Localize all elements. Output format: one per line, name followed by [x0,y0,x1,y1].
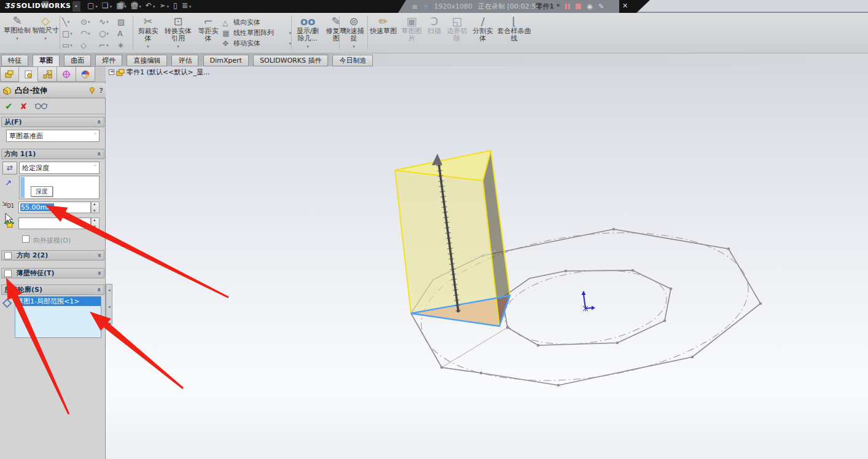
line-button[interactable]: ╲▾ [62,16,80,28]
property-manager-tab[interactable] [19,66,38,82]
camera-icon[interactable]: ◉ [587,2,593,10]
display-manager-icon [81,70,90,79]
recorder-pin-icon[interactable]: ✛ [423,3,428,10]
quick-snaps-button[interactable]: ⊚ 快速捕捉 [342,15,366,50]
trim-entities-button[interactable]: ✂ 剪裁实体 [135,15,161,50]
fit-spline-button[interactable]: ⌊ 套合样条曲线 [496,15,532,42]
arc-button[interactable]: ◠▾ [80,28,99,39]
draft-spinner[interactable] [91,218,100,229]
split-entities-button[interactable]: ∕ 分割实体 [471,15,495,42]
relations-glasses-icon: oo [300,15,316,28]
contour-list-item[interactable]: 草图1-局部范围<1> [15,297,101,306]
section-thin-feature-header[interactable]: 薄壁特征(T) [1,268,104,278]
rapid-sketch-button[interactable]: ✏ 快速草图 [370,15,397,35]
tab-direct-editing[interactable]: 直接编辑 [127,55,167,66]
polygon-button[interactable]: ◇ [80,39,99,51]
trim-entities-icon: ✂ [143,15,152,28]
collapse-icon[interactable] [97,150,101,158]
options-icon[interactable]: ≣ [182,1,192,10]
boundary-cut-button[interactable]: ◱ 边界切除 [445,15,469,42]
edit-appearance-icon[interactable] [117,1,126,9]
apply-scene-icon[interactable] [130,1,139,9]
circle-button[interactable]: ⊙▾ [80,16,99,28]
tree-expand-icon[interactable] [109,69,114,75]
expand-icon[interactable] [97,269,101,277]
preview-glasses-icon[interactable] [34,102,49,110]
pause-icon[interactable] [565,4,570,9]
move-entities-button[interactable]: ✥ 移动实体▾ [222,38,291,49]
help-icon[interactable]: ? [100,87,103,95]
depth-spinner[interactable] [91,202,100,213]
tab-features[interactable]: 特征 [1,55,28,66]
collapse-icon[interactable] [97,118,101,126]
contour-select-icon [2,299,12,308]
spline-button[interactable]: ∿▾ [99,16,117,28]
depth-tooltip: 深度 [31,186,53,197]
undo-icon[interactable]: ↶ [146,1,155,10]
section-direction2-header[interactable]: 方向 2(2) [1,250,104,261]
feature-manager-tab[interactable] [0,66,19,82]
tab-solidworks-addins[interactable]: SOLIDWORKS 插件 [253,55,328,66]
scan-button[interactable]: Ɔ 扫描 [425,15,444,35]
graphics-viewport[interactable] [106,66,868,459]
panel-splitter-handle[interactable] [106,284,112,324]
tab-weldments[interactable]: 焊件 [95,55,122,66]
reverse-direction-button[interactable]: ⇄ [2,162,17,175]
slot-button[interactable]: ▭▾ [62,39,80,51]
recorder-menu-icon[interactable]: ≡ [412,2,418,11]
thin-feature-checkbox[interactable] [4,270,12,277]
pattern-preview-icon[interactable]: ▨ [117,16,131,28]
sketch-picture-button[interactable]: ▣ 草图图片 [399,15,424,42]
offset-entities-button[interactable]: ⌐ 等距实体 [195,15,221,42]
close-icon[interactable]: ✕ [622,2,628,10]
tab-surfaces[interactable]: 曲面 [64,55,91,66]
display-delete-relations-button[interactable]: oo 显示/删除几... [294,15,322,50]
smart-dimension-button[interactable]: ◇ 智能尺寸 [32,15,59,42]
menu-expand-arrow[interactable]: ▸ [72,1,80,12]
feature-tree-icon [5,70,14,78]
end-condition-select[interactable]: 给定深度ˇ [19,162,100,174]
sketch-button[interactable]: ✎ 草图绘制 [4,15,31,42]
draft-icon[interactable] [2,216,16,229]
stop-icon[interactable] [576,4,581,9]
dimxpert-manager-tab[interactable] [57,66,76,82]
ellipse-button[interactable]: ○▾ [99,28,117,39]
point-button[interactable]: ∗ [117,39,131,51]
section-direction1-header[interactable]: 方向 1(1) [1,149,104,159]
feature-tree-flyout[interactable]: 零件1 (默认<<默认>_显... [109,68,209,77]
tab-evaluate[interactable]: 评估 [171,55,198,66]
property-manager-title: 凸台-拉伸 [15,85,85,96]
ok-button[interactable]: ✔ [5,101,13,112]
cancel-button[interactable]: ✘ [20,101,28,111]
text-button[interactable]: A [117,28,131,39]
configuration-manager-tab[interactable] [38,66,57,82]
mirror-entities-button[interactable]: △ 镜向实体 [222,17,291,28]
tab-dimxpert[interactable]: DimXpert [203,55,249,66]
new-document-icon[interactable]: ▢ [87,1,98,10]
linear-sketch-pattern-button[interactable]: ▦ 线性草图阵列▾ [222,28,291,38]
draft-outward-checkbox[interactable] [22,235,29,243]
section-from-header[interactable]: 从(F) [1,117,104,127]
select-pointer-icon[interactable]: ➢ [159,1,169,10]
rebuild-icon[interactable]: ▯ [173,1,178,10]
sketch-picture-icon: ▣ [406,15,416,28]
start-condition-select[interactable]: 草图基准面ˇ [6,130,100,142]
section-selected-contours-header[interactable]: 所选轮廓(S) [1,284,104,295]
section-view-icon[interactable] [41,0,50,9]
selected-contours-list[interactable]: 草图1-局部范围<1> [15,296,101,338]
convert-entities-button[interactable]: ⊡ 转换实体引用 [162,15,194,50]
fillet-button[interactable]: ⌐▾ [99,39,117,51]
depth-input[interactable]: 55.00mm [18,202,91,213]
pushpin-icon[interactable] [88,87,96,95]
display-manager-tab[interactable] [76,66,95,82]
tab-today-manufacturing[interactable]: 今日制造 [332,55,373,66]
draft-angle-input[interactable] [18,218,91,229]
edit-pencil-icon[interactable]: ✎ [598,2,604,10]
tab-sketch[interactable]: 草图 [33,55,60,66]
collapse-icon[interactable] [97,286,101,294]
open-icon[interactable]: ❏ [102,1,112,10]
expand-icon[interactable] [97,251,101,259]
direction2-checkbox[interactable] [4,252,12,259]
boundary-cut-icon: ◱ [452,15,462,28]
rectangle-button[interactable]: □▾ [62,28,80,39]
